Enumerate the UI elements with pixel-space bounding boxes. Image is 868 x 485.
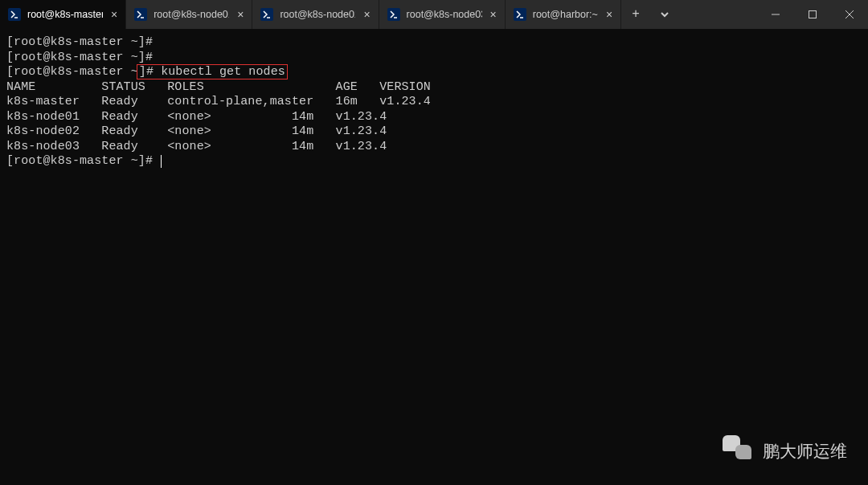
close-button[interactable] <box>831 0 868 29</box>
powershell-icon <box>134 8 147 21</box>
tab-close-button[interactable]: × <box>109 9 119 20</box>
tab-title: root@harbor:~ <box>533 9 598 20</box>
new-tab-button[interactable]: + <box>621 0 650 29</box>
tab-title: root@k8s-node02:~ <box>280 9 355 20</box>
command-line: [root@k8s-master ~]# kubectl get nodes <box>6 65 862 80</box>
tab-title: root@k8s-node01:~ <box>154 9 229 20</box>
powershell-icon <box>260 8 273 21</box>
window-titlebar: root@k8s-master:~×root@k8s-node01:~×root… <box>0 0 868 29</box>
tab-close-button[interactable]: × <box>362 9 371 20</box>
table-row: k8s-node03 Ready <none> 14m v1.23.4 <box>6 140 862 155</box>
shell-prompt: [root@k8s-master ~]# <box>6 51 153 64</box>
minimize-icon <box>772 10 780 18</box>
shell-prompt: [root@k8s-master ~ <box>6 65 138 79</box>
command-highlight: ]# kubectl get nodes <box>137 64 288 79</box>
tab-title: root@k8s-node03:~ <box>407 9 482 20</box>
table-row: k8s-node02 Ready <none> 14m v1.23.4 <box>6 124 862 140</box>
tab-menu-button[interactable] <box>650 0 679 29</box>
table-row: k8s-master Ready control-plane,master 16… <box>6 95 862 110</box>
tab-4[interactable]: root@harbor:~× <box>506 0 621 29</box>
tab-title: root@k8s-master:~ <box>27 9 103 20</box>
watermark-text: 鹏大师运维 <box>763 440 847 463</box>
tab-close-button[interactable]: × <box>489 9 498 20</box>
maximize-button[interactable] <box>794 0 831 29</box>
tab-close-button[interactable]: × <box>604 9 614 20</box>
prompt-line: [root@k8s-master ~]# <box>6 154 862 169</box>
tab-1[interactable]: root@k8s-node01:~× <box>126 0 252 29</box>
powershell-icon <box>387 8 400 21</box>
tab-strip: root@k8s-master:~×root@k8s-node01:~×root… <box>0 0 621 29</box>
tab-2[interactable]: root@k8s-node02:~× <box>252 0 379 29</box>
tab-0[interactable]: root@k8s-master:~× <box>0 0 126 29</box>
prompt-line: [root@k8s-master ~]# <box>6 51 862 66</box>
shell-prompt: [root@k8s-master ~]# <box>6 154 153 168</box>
powershell-icon <box>8 8 21 21</box>
prompt-line: [root@k8s-master ~]# <box>6 35 862 51</box>
command-text: kubectl get nodes <box>161 65 285 79</box>
window-controls <box>757 0 868 29</box>
wechat-icon <box>723 435 755 467</box>
tab-3[interactable]: root@k8s-node03:~× <box>379 0 506 29</box>
cursor <box>161 155 162 168</box>
shell-prompt: [root@k8s-master ~]# <box>6 35 153 49</box>
tab-close-button[interactable]: × <box>235 9 245 20</box>
table-header: NAME STATUS ROLES AGE VERSION <box>6 80 862 96</box>
powershell-icon <box>514 8 526 21</box>
watermark: 鹏大师运维 <box>723 435 847 467</box>
terminal-output[interactable]: [root@k8s-master ~]#[root@k8s-master ~]#… <box>0 29 868 176</box>
chevron-down-icon <box>660 10 669 19</box>
table-row: k8s-node01 Ready <none> 14m v1.23.4 <box>6 110 862 125</box>
svg-rect-0 <box>809 11 817 18</box>
close-icon <box>845 10 854 18</box>
maximize-icon <box>809 10 817 18</box>
minimize-button[interactable] <box>757 0 794 29</box>
